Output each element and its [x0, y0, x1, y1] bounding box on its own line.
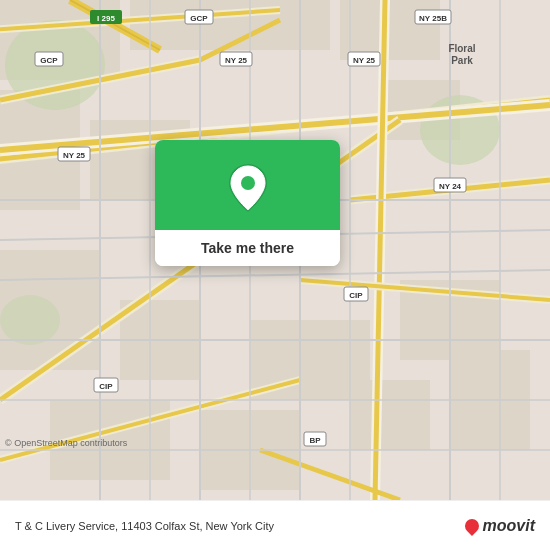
svg-text:NY 25: NY 25 — [225, 56, 248, 65]
moovit-pin-icon — [462, 516, 482, 536]
map-attribution: © OpenStreetMap contributors — [5, 438, 127, 448]
svg-text:GCP: GCP — [190, 14, 208, 23]
svg-point-78 — [241, 176, 255, 190]
svg-text:BP: BP — [309, 436, 321, 445]
svg-text:NY 25B: NY 25B — [419, 14, 447, 23]
svg-text:Park: Park — [451, 55, 473, 66]
bottom-bar: T & C Livery Service, 11403 Colfax St, N… — [0, 500, 550, 550]
svg-text:NY 25: NY 25 — [353, 56, 376, 65]
svg-text:CIP: CIP — [99, 382, 113, 391]
svg-point-17 — [0, 295, 60, 345]
svg-text:CIP: CIP — [349, 291, 363, 300]
svg-text:Floral: Floral — [448, 43, 475, 54]
svg-text:NY 24: NY 24 — [439, 182, 462, 191]
svg-text:I 295: I 295 — [97, 14, 115, 23]
svg-rect-13 — [350, 380, 430, 450]
popup-card: Take me there — [155, 140, 340, 266]
moovit-brand-text: moovit — [483, 517, 535, 535]
location-text: T & C Livery Service, 11403 Colfax St, N… — [15, 520, 274, 532]
map-container: I 295 GCP GCP NY 25 NY 25B NY 25 NY 25 N… — [0, 0, 550, 500]
svg-text:GCP: GCP — [40, 56, 58, 65]
svg-text:NY 25: NY 25 — [63, 151, 86, 160]
svg-rect-3 — [340, 0, 440, 60]
take-me-there-button[interactable]: Take me there — [155, 230, 340, 266]
popup-header — [155, 140, 340, 230]
moovit-logo: moovit — [465, 517, 535, 535]
